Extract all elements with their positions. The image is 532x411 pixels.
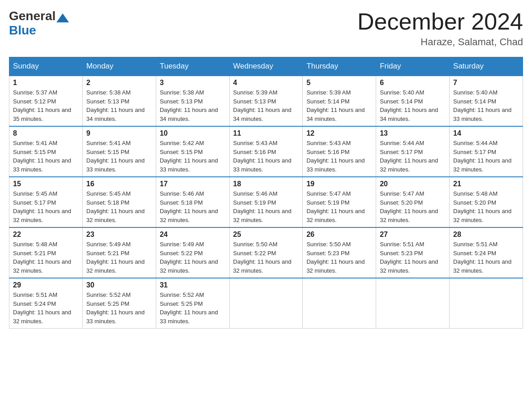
- calendar-cell: 9 Sunrise: 5:41 AMSunset: 5:15 PMDayligh…: [82, 126, 156, 177]
- day-info: Sunrise: 5:49 AMSunset: 5:22 PMDaylight:…: [160, 241, 218, 274]
- day-number: 11: [233, 129, 299, 137]
- day-number: 13: [380, 129, 446, 137]
- calendar-table: Sunday Monday Tuesday Wednesday Thursday…: [9, 57, 523, 329]
- day-number: 28: [453, 231, 519, 239]
- day-number: 10: [160, 129, 226, 137]
- calendar-cell: 31 Sunrise: 5:52 AMSunset: 5:25 PMDaylig…: [156, 278, 229, 329]
- day-number: 9: [86, 129, 152, 137]
- calendar-cell: 15 Sunrise: 5:45 AMSunset: 5:17 PMDaylig…: [9, 177, 83, 227]
- col-tuesday: Tuesday: [156, 57, 229, 76]
- calendar-cell: 1 Sunrise: 5:37 AMSunset: 5:12 PMDayligh…: [9, 76, 83, 126]
- calendar-cell: 23 Sunrise: 5:49 AMSunset: 5:21 PMDaylig…: [82, 227, 156, 278]
- day-info: Sunrise: 5:38 AMSunset: 5:13 PMDaylight:…: [160, 89, 218, 122]
- day-info: Sunrise: 5:52 AMSunset: 5:25 PMDaylight:…: [86, 291, 145, 325]
- day-number: 6: [380, 79, 446, 87]
- calendar-cell: 25 Sunrise: 5:50 AMSunset: 5:22 PMDaylig…: [229, 227, 303, 278]
- calendar-cell: 14 Sunrise: 5:44 AMSunset: 5:17 PMDaylig…: [450, 126, 523, 177]
- header: General Blue December 2024 Haraze, Salam…: [9, 9, 523, 48]
- day-info: Sunrise: 5:41 AMSunset: 5:15 PMDaylight:…: [86, 140, 145, 173]
- day-number: 5: [306, 79, 372, 87]
- day-number: 16: [86, 180, 152, 188]
- col-wednesday: Wednesday: [229, 57, 303, 76]
- col-friday: Friday: [376, 57, 450, 76]
- day-number: 25: [233, 231, 299, 239]
- calendar-cell: 18 Sunrise: 5:46 AMSunset: 5:19 PMDaylig…: [229, 177, 303, 227]
- day-info: Sunrise: 5:51 AMSunset: 5:24 PMDaylight:…: [13, 291, 71, 325]
- day-number: 15: [13, 180, 79, 188]
- day-number: 3: [160, 79, 226, 87]
- day-info: Sunrise: 5:44 AMSunset: 5:17 PMDaylight:…: [453, 140, 511, 173]
- day-info: Sunrise: 5:44 AMSunset: 5:17 PMDaylight:…: [380, 140, 438, 173]
- calendar-cell: 24 Sunrise: 5:49 AMSunset: 5:22 PMDaylig…: [156, 227, 229, 278]
- calendar-cell: [229, 278, 303, 329]
- calendar-cell: 7 Sunrise: 5:40 AMSunset: 5:14 PMDayligh…: [450, 76, 523, 126]
- day-info: Sunrise: 5:43 AMSunset: 5:16 PMDaylight:…: [306, 140, 365, 173]
- day-info: Sunrise: 5:40 AMSunset: 5:14 PMDaylight:…: [453, 89, 511, 122]
- calendar-cell: 10 Sunrise: 5:42 AMSunset: 5:15 PMDaylig…: [156, 126, 229, 177]
- day-info: Sunrise: 5:47 AMSunset: 5:19 PMDaylight:…: [306, 190, 365, 223]
- day-info: Sunrise: 5:48 AMSunset: 5:20 PMDaylight:…: [453, 190, 511, 223]
- day-info: Sunrise: 5:51 AMSunset: 5:24 PMDaylight:…: [453, 241, 511, 274]
- calendar-cell: 20 Sunrise: 5:47 AMSunset: 5:20 PMDaylig…: [376, 177, 450, 227]
- day-number: 8: [13, 129, 79, 137]
- calendar-cell: 26 Sunrise: 5:50 AMSunset: 5:23 PMDaylig…: [303, 227, 376, 278]
- col-saturday: Saturday: [450, 57, 523, 76]
- day-info: Sunrise: 5:46 AMSunset: 5:18 PMDaylight:…: [160, 190, 218, 223]
- day-info: Sunrise: 5:46 AMSunset: 5:19 PMDaylight:…: [233, 190, 292, 223]
- col-monday: Monday: [82, 57, 156, 76]
- day-info: Sunrise: 5:42 AMSunset: 5:15 PMDaylight:…: [160, 140, 218, 173]
- day-info: Sunrise: 5:51 AMSunset: 5:23 PMDaylight:…: [380, 241, 438, 274]
- calendar-cell: 22 Sunrise: 5:48 AMSunset: 5:21 PMDaylig…: [9, 227, 83, 278]
- calendar-cell: 29 Sunrise: 5:51 AMSunset: 5:24 PMDaylig…: [9, 278, 83, 329]
- location-title: Haraze, Salamat, Chad: [357, 36, 523, 48]
- day-number: 27: [380, 231, 446, 239]
- calendar-cell: 27 Sunrise: 5:51 AMSunset: 5:23 PMDaylig…: [376, 227, 450, 278]
- calendar-cell: 2 Sunrise: 5:38 AMSunset: 5:13 PMDayligh…: [82, 76, 156, 126]
- day-info: Sunrise: 5:47 AMSunset: 5:20 PMDaylight:…: [380, 190, 438, 223]
- week-row-2: 8 Sunrise: 5:41 AMSunset: 5:15 PMDayligh…: [9, 126, 523, 177]
- day-info: Sunrise: 5:38 AMSunset: 5:13 PMDaylight:…: [86, 89, 145, 122]
- day-info: Sunrise: 5:45 AMSunset: 5:17 PMDaylight:…: [13, 190, 71, 223]
- calendar-cell: [303, 278, 376, 329]
- week-row-1: 1 Sunrise: 5:37 AMSunset: 5:12 PMDayligh…: [9, 76, 523, 126]
- calendar-cell: 5 Sunrise: 5:39 AMSunset: 5:14 PMDayligh…: [303, 76, 376, 126]
- calendar-cell: 3 Sunrise: 5:38 AMSunset: 5:13 PMDayligh…: [156, 76, 229, 126]
- calendar-cell: 30 Sunrise: 5:52 AMSunset: 5:25 PMDaylig…: [82, 278, 156, 329]
- day-number: 30: [86, 281, 152, 289]
- day-info: Sunrise: 5:41 AMSunset: 5:15 PMDaylight:…: [13, 140, 71, 173]
- day-info: Sunrise: 5:37 AMSunset: 5:12 PMDaylight:…: [13, 89, 71, 122]
- week-row-4: 22 Sunrise: 5:48 AMSunset: 5:21 PMDaylig…: [9, 227, 523, 278]
- day-number: 29: [13, 281, 79, 289]
- day-info: Sunrise: 5:48 AMSunset: 5:21 PMDaylight:…: [13, 241, 71, 274]
- calendar-cell: 16 Sunrise: 5:45 AMSunset: 5:18 PMDaylig…: [82, 177, 156, 227]
- day-number: 22: [13, 231, 79, 239]
- day-info: Sunrise: 5:45 AMSunset: 5:18 PMDaylight:…: [86, 190, 145, 223]
- day-number: 26: [306, 231, 372, 239]
- day-number: 23: [86, 231, 152, 239]
- logo: General Blue: [9, 9, 70, 38]
- day-number: 7: [453, 79, 519, 87]
- logo-blue-text: Blue: [9, 23, 36, 38]
- calendar-cell: 13 Sunrise: 5:44 AMSunset: 5:17 PMDaylig…: [376, 126, 450, 177]
- day-number: 31: [160, 281, 226, 289]
- col-thursday: Thursday: [303, 57, 376, 76]
- day-number: 20: [380, 180, 446, 188]
- day-info: Sunrise: 5:50 AMSunset: 5:23 PMDaylight:…: [306, 241, 365, 274]
- day-number: 2: [86, 79, 152, 87]
- day-number: 18: [233, 180, 299, 188]
- calendar-cell: 28 Sunrise: 5:51 AMSunset: 5:24 PMDaylig…: [450, 227, 523, 278]
- day-info: Sunrise: 5:50 AMSunset: 5:22 PMDaylight:…: [233, 241, 292, 274]
- calendar-cell: 12 Sunrise: 5:43 AMSunset: 5:16 PMDaylig…: [303, 126, 376, 177]
- calendar-cell: [450, 278, 523, 329]
- calendar-cell: 6 Sunrise: 5:40 AMSunset: 5:14 PMDayligh…: [376, 76, 450, 126]
- calendar-cell: 8 Sunrise: 5:41 AMSunset: 5:15 PMDayligh…: [9, 126, 83, 177]
- calendar-cell: [376, 278, 450, 329]
- logo-triangle-icon: [56, 13, 69, 22]
- day-number: 4: [233, 79, 299, 87]
- day-info: Sunrise: 5:40 AMSunset: 5:14 PMDaylight:…: [380, 89, 438, 122]
- day-number: 12: [306, 129, 372, 137]
- day-number: 19: [306, 180, 372, 188]
- calendar-cell: 11 Sunrise: 5:43 AMSunset: 5:16 PMDaylig…: [229, 126, 303, 177]
- day-number: 24: [160, 231, 226, 239]
- day-info: Sunrise: 5:49 AMSunset: 5:21 PMDaylight:…: [86, 241, 145, 274]
